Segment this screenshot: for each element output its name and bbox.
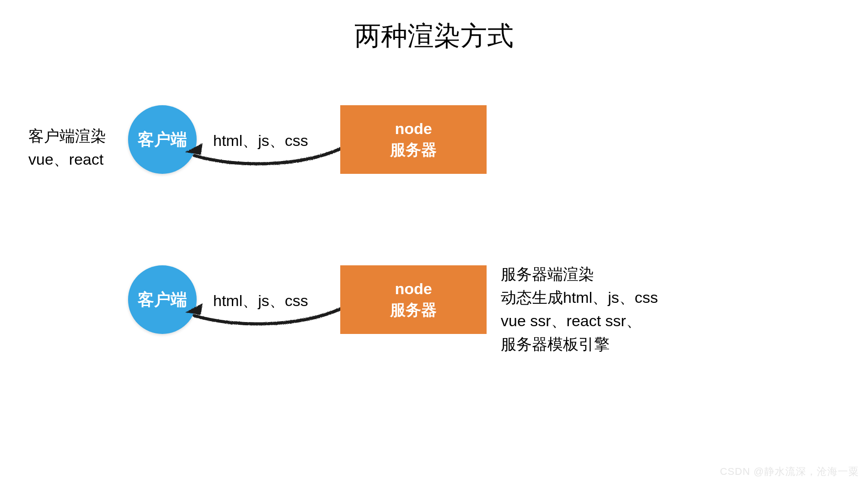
- server-node-2: node 服务器: [340, 265, 487, 334]
- ssr-line2: 动态生成html、js、css: [501, 286, 658, 309]
- server1-line1: node: [395, 118, 432, 140]
- diagram-title: 两种渲染方式: [0, 18, 868, 54]
- csr-line1: 客户端渲染: [28, 124, 106, 148]
- server2-line1: node: [395, 279, 432, 300]
- server-node-1: node 服务器: [340, 105, 487, 174]
- ssr-line1: 服务器端渲染: [501, 263, 658, 286]
- arrow-2: [181, 295, 345, 332]
- ssr-line3: vue ssr、react ssr、: [501, 309, 658, 333]
- side-description-ssr: 服务器端渲染 动态生成html、js、css vue ssr、react ssr…: [501, 263, 658, 356]
- side-description-csr: 客户端渲染 vue、react: [28, 124, 106, 171]
- watermark-text: CSDN @静水流深，沧海一粟: [720, 465, 859, 479]
- server1-line2: 服务器: [390, 140, 437, 161]
- server2-line2: 服务器: [390, 300, 437, 321]
- csr-line2: vue、react: [28, 148, 106, 171]
- ssr-line4: 服务器模板引擎: [501, 333, 658, 356]
- arrow-1: [181, 135, 345, 172]
